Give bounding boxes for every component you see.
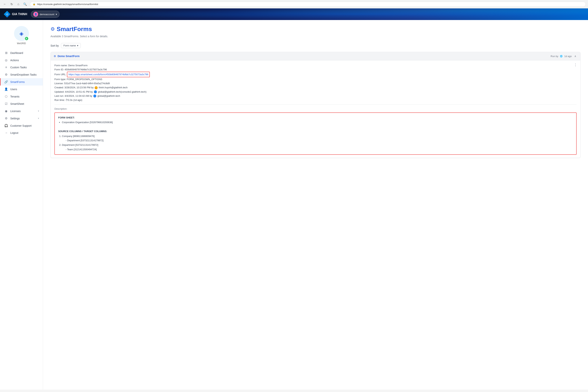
collapse-button[interactable]: ∧ xyxy=(573,54,577,58)
page-title: SmartForms xyxy=(57,26,92,32)
sort-area: Sort by Form name ▾ xyxy=(50,43,581,48)
form-card: ⚙ Demo SmartForm Run by 🌐 1d ago ∧ ⋮ For… xyxy=(50,52,581,158)
sidebar-item-logout[interactable]: → Logout xyxy=(0,129,43,136)
created-line: Created: 3/28/2024, 10:23:56 PM by 🙂 thi… xyxy=(54,86,577,90)
source-items-list: Company [869611686809476] - Department [… xyxy=(62,134,573,152)
form-url-label: Form URL: xyxy=(54,73,66,76)
dashboard-icon: ⊞ xyxy=(4,51,8,55)
sidebar-badge: B xyxy=(24,36,29,40)
list-item: Company [869611686809476] - Department [… xyxy=(62,134,573,143)
sidebar-item-actions[interactable]: ◎ Actions xyxy=(0,56,43,64)
sidebar-item-label: Customer Support xyxy=(10,124,31,127)
run-by-area: Run by 🌐 1d ago xyxy=(551,54,572,58)
sort-label: Sort by xyxy=(50,44,59,47)
users-icon: 👤 xyxy=(4,88,8,91)
brand-diamond-icon: ◇ xyxy=(4,11,10,18)
sidebar-item-label: Settings xyxy=(10,117,20,120)
sidebar-item-label: SmartDropdown Tasks xyxy=(10,73,37,76)
sidebar-item-customer-support[interactable]: 🎧 Customer Support xyxy=(0,122,43,129)
sidebar-item-label: SmartForms xyxy=(10,80,25,84)
browser-chrome: ← ↻ ⌂ 🔍 🔒 https://console.giathinh.tech/… xyxy=(0,0,588,8)
lock-icon: 🔒 xyxy=(33,3,35,6)
sidebar-item-users[interactable]: 👤 Users xyxy=(0,86,43,93)
brand-name: GIA THINH xyxy=(12,12,27,16)
account-dropdown[interactable]: 👤 demoaccount ▾ xyxy=(31,11,59,18)
sidebar-item-settings[interactable]: ⚙ Settings ▾ xyxy=(0,115,43,122)
sidebar-item-label: Dashboard xyxy=(10,52,23,54)
app-layout: ◈ B WeGRID ⊞ Dashboard ◎ Actions ≡ Custo… xyxy=(0,20,588,390)
sidebar-item-label: Logout xyxy=(10,131,18,134)
chevron-down-icon: ▾ xyxy=(56,13,57,16)
last-run-avatar: 🌐 xyxy=(93,94,96,98)
sidebar-brand-name: WeGRID xyxy=(17,42,26,45)
time-ago: 1d ago xyxy=(564,55,572,58)
smartsheet-icon: ☑ xyxy=(4,102,8,106)
smartforms-icon: 🔗 xyxy=(4,80,8,84)
address-bar[interactable]: 🔒 https://console.giathinh.tech/app/smar… xyxy=(30,2,586,7)
sidebar-item-custom-tasks[interactable]: ≡ Custom Tasks xyxy=(0,64,43,71)
sort-chevron-icon: ▾ xyxy=(77,44,78,47)
sidebar: ◈ B WeGRID ⊞ Dashboard ◎ Actions ≡ Custo… xyxy=(0,20,43,390)
form-card-title: Demo SmartForm xyxy=(58,55,549,58)
form-url-line: Form URL: https://app.smartsheet.com/b/f… xyxy=(54,72,577,77)
page-subtitle: Available 3 SmartForms. Select a form fo… xyxy=(50,35,581,38)
nav-buttons: ← ↻ ⌂ 🔍 xyxy=(2,2,28,7)
last-run-by: global@giathinh.tech xyxy=(97,94,120,97)
sidebar-nav: ⊞ Dashboard ◎ Actions ≡ Custom Tasks ⚙ S… xyxy=(0,49,43,136)
form-name-line: Form name: Demo SmartForm xyxy=(54,64,577,68)
kebab-menu[interactable]: ⋮ xyxy=(574,63,577,66)
form-url-value[interactable]: https://app.smartsheet.com/b/form/450b80… xyxy=(67,72,150,77)
chevron-down-icon: ▾ xyxy=(38,117,39,120)
wegrid-logo-icon: ◈ xyxy=(19,30,23,37)
sidebar-item-label: Actions xyxy=(10,59,19,62)
form-sheet-title: FORM SHEET: xyxy=(58,116,573,120)
run-time-line: Run time: ⏱0.3s (1d ago) xyxy=(54,98,577,102)
back-button[interactable]: ← xyxy=(2,2,7,7)
updated-line: Updated: 4/4/2024, 10:51:41 PM by 🌐 glob… xyxy=(54,90,577,94)
run-by-label: Run by xyxy=(551,55,558,58)
page-title-area: ⚙ SmartForms xyxy=(50,26,581,32)
sidebar-item-tenants[interactable]: ⬡ Tenants xyxy=(0,93,43,100)
form-id-line: Form ID: 450b808487974bfbb7c3275073a3c79… xyxy=(54,68,577,72)
tenants-icon: ⬡ xyxy=(4,95,8,98)
form-card-header: ⚙ Demo SmartForm Run by 🌐 1d ago ∧ xyxy=(51,52,580,60)
smartdropdown-tasks-icon: ⚙ xyxy=(4,73,8,76)
actions-icon: ◎ xyxy=(4,58,8,62)
sidebar-item-label: Users xyxy=(10,88,17,91)
description-label: Description: xyxy=(54,107,577,111)
form-type-line: Form type: FORM_DROPDOWN_OPTIONS xyxy=(54,77,577,82)
brand-logo: ◇ GIA THINH xyxy=(4,11,27,18)
updated-by: global@giathinh.tech(console2.giathinh.t… xyxy=(98,90,147,93)
list-item: Department [5373211314179972] - Team [31… xyxy=(62,143,573,152)
sidebar-item-dashboard[interactable]: ⊞ Dashboard xyxy=(0,49,43,56)
logout-icon: → xyxy=(4,131,8,134)
account-avatar: 👤 xyxy=(33,12,38,17)
licenses-icon: ◉ xyxy=(4,109,8,113)
last-run-line: Last run: 4/4/2024, 11:04:42 AM by 🌐 glo… xyxy=(54,94,577,98)
sidebar-item-licenses[interactable]: ◉ Licenses ▾ xyxy=(0,108,43,115)
form-gear-icon: ⚙ xyxy=(54,55,56,58)
sidebar-item-smartdropdown-tasks[interactable]: ⚙ SmartDropdown Tasks xyxy=(0,71,43,78)
creator-avatar: 🙂 xyxy=(95,86,98,89)
description-box: FORM SHEET: Corporation Organization [53… xyxy=(54,112,577,155)
sidebar-logo-circle: ◈ B xyxy=(14,26,29,41)
url-text: https://console.giathinh.tech/app/smartf… xyxy=(37,3,98,6)
smartforms-page-icon: ⚙ xyxy=(50,26,55,32)
list-item: Corporation Organization [53267966102936… xyxy=(62,120,573,124)
settings-icon: ⚙ xyxy=(4,116,8,120)
chevron-down-icon: ▾ xyxy=(38,110,39,112)
form-sheet-list: Corporation Organization [53267966102936… xyxy=(62,120,573,124)
search-button[interactable]: 🔍 xyxy=(22,2,28,7)
refresh-button[interactable]: ↻ xyxy=(9,2,14,7)
sort-dropdown[interactable]: Form name ▾ xyxy=(61,43,81,48)
home-button[interactable]: ⌂ xyxy=(16,2,21,7)
sidebar-item-smartforms[interactable]: 🔗 SmartForms xyxy=(0,78,43,86)
sidebar-item-label: SmartSheet xyxy=(10,102,24,105)
updater-avatar: 🌐 xyxy=(94,90,97,93)
app-header: ◇ GIA THINH 👤 demoaccount ▾ xyxy=(0,8,588,20)
customer-support-icon: 🎧 xyxy=(4,124,8,128)
main-content: ⚙ SmartForms Available 3 SmartForms. Sel… xyxy=(43,20,588,390)
sidebar-item-smartsheet[interactable]: ☑ SmartSheet xyxy=(0,100,43,108)
sidebar-item-label: Custom Tasks xyxy=(10,66,27,69)
account-name: demoaccount xyxy=(40,13,54,16)
